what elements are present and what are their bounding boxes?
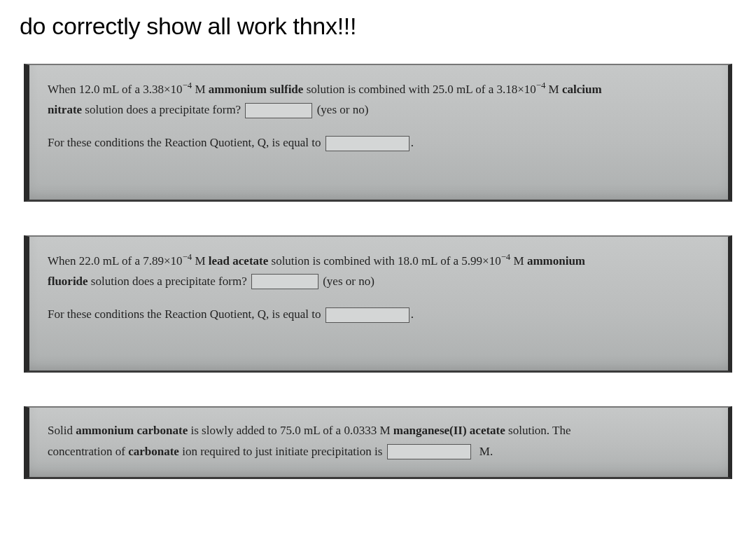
q2-text: solution is combined with 18.0 mL of a 5… [268, 254, 500, 267]
q1-text: solution does a precipitate form? [82, 103, 241, 116]
q1-yesno-input[interactable] [245, 103, 312, 118]
q2-q-input[interactable] [326, 307, 410, 323]
q3-chem2: manganese(II) acetate [393, 424, 505, 437]
q1-exp1: −4 [183, 81, 192, 90]
q2-line1: When 22.0 mL of a 7.89×10−4 M lead aceta… [48, 251, 710, 270]
q2-rq-text: For these conditions the Reaction Quotie… [48, 307, 321, 321]
q2-text: M [510, 254, 527, 267]
q2-chem2b: fluoride [48, 275, 88, 288]
q1-text: M [192, 83, 209, 96]
q2-yesno-label: (yes or no) [323, 275, 374, 288]
q1-line3: For these conditions the Reaction Quotie… [48, 134, 710, 152]
q1-chem1: ammonium sulfide [209, 83, 304, 96]
q3-text: ion required to just initiate precipitat… [179, 445, 382, 458]
q1-rq-text: For these conditions the Reaction Quotie… [48, 136, 321, 149]
q2-exp2: −4 [501, 252, 511, 262]
q1-line1: When 12.0 mL of a 3.38×10−4 M ammonium s… [48, 79, 710, 99]
q2-line3: For these conditions the Reaction Quotie… [48, 305, 710, 324]
q2-line2: fluoride solution does a precipitate for… [48, 272, 710, 291]
q1-line2: nitrate solution does a precipitate form… [48, 101, 710, 119]
q3-line2: concentration of carbonate ion required … [48, 443, 710, 461]
q2-text: solution does a precipitate form? [88, 275, 247, 288]
q3-text: is slowly added to 75.0 mL of a 0.0333 M [188, 424, 393, 437]
question-3: Solid ammonium carbonate is slowly added… [24, 406, 732, 479]
q2-chem1: lead acetate [209, 254, 268, 267]
q3-ion: carbonate [128, 445, 179, 458]
q1-yesno-label: (yes or no) [317, 103, 369, 116]
q3-text: concentration of [48, 445, 128, 458]
q2-yesno-input[interactable] [251, 274, 318, 289]
q3-chem1: ammonium carbonate [76, 424, 188, 437]
q2-chem2: ammonium [527, 254, 585, 267]
question-2: When 22.0 mL of a 7.89×10−4 M lead aceta… [24, 235, 732, 373]
q2-exp1: −4 [183, 252, 192, 262]
q1-q-input[interactable] [326, 136, 410, 151]
q1-chem2b: nitrate [48, 103, 82, 116]
q1-text: When 12.0 mL of a 3.38×10 [48, 83, 183, 96]
q3-unit: M. [479, 445, 493, 458]
q1-chem2: calcium [562, 83, 602, 96]
q3-line1: Solid ammonium carbonate is slowly added… [48, 422, 710, 440]
q1-text: M [545, 83, 562, 96]
q2-text: M [192, 254, 209, 267]
q2-text: When 22.0 mL of a 7.89×10 [48, 254, 183, 267]
page-title: do correctly show all work thnx!!! [0, 0, 756, 47]
q1-exp2: −4 [536, 81, 546, 90]
q3-text: solution. The [505, 424, 571, 437]
question-1: When 12.0 mL of a 3.38×10−4 M ammonium s… [24, 64, 732, 202]
q3-conc-input[interactable] [387, 444, 471, 459]
q1-text: solution is combined with 25.0 mL of a 3… [303, 83, 536, 96]
q3-text: Solid [48, 424, 76, 437]
